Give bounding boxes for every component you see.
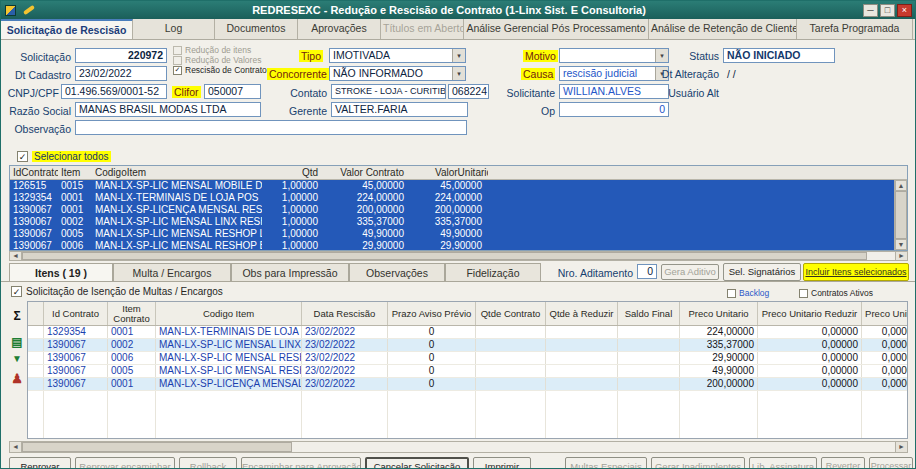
gera-aditivo-button[interactable]: Gera Aditivo <box>661 264 719 280</box>
rollback-button[interactable]: Rollback <box>179 457 237 469</box>
selecionar-todos-checkbox[interactable]: ✓ Selecionar todos <box>17 151 111 162</box>
observacao-field[interactable] <box>75 120 467 135</box>
sum-icon[interactable]: Σ <box>9 309 25 323</box>
contato-code-field[interactable]: 068224 <box>448 84 489 99</box>
clifor-field[interactable]: 050007 <box>204 84 261 99</box>
hscroll-thumb[interactable] <box>22 442 292 452</box>
op-field[interactable]: 0 <box>559 102 669 117</box>
cell-preco-unitario: 29,90000 <box>680 352 758 364</box>
contracts-grid-hscrollbar[interactable]: ◄ ► <box>9 251 908 261</box>
reprovar-encaminhar-button[interactable]: Reprovar encaminhar <box>75 457 175 469</box>
item-row[interactable]: 1390067 0001 MAN-LX-SP-LICENÇA MENSAL RE… <box>28 378 907 391</box>
close-button[interactable]: × <box>897 4 912 17</box>
item-row[interactable]: 1390067 0002 MAN-LX-SP-LIC MENSAL LINX R… <box>28 339 907 352</box>
reducao-valores-box <box>173 56 182 65</box>
tipo-combo[interactable]: IMOTIVADA▾ <box>329 48 466 63</box>
nro-aditamento-field[interactable]: 0 <box>637 264 657 279</box>
scroll-left-icon[interactable]: ◄ <box>10 252 22 260</box>
sheet-icon[interactable]: ▤ <box>9 335 25 349</box>
sel-signatarios-button[interactable]: Sel. Signatários <box>723 263 801 281</box>
cancelar-solicitacao-button[interactable]: Cancelar Solicitação <box>365 457 469 469</box>
dropdown-arrow-icon[interactable]: ▾ <box>452 49 465 62</box>
contato-field[interactable]: STROKE - LOJA - CURITIB <box>331 84 446 99</box>
dropdown-arrow-icon[interactable]: ▾ <box>655 49 668 62</box>
person-icon[interactable]: ♟ <box>9 371 25 386</box>
backlog-checkbox[interactable]: Backlog <box>727 288 769 298</box>
vscroll-thumb[interactable] <box>895 191 907 239</box>
tab-observacoes[interactable]: Observações <box>349 263 445 282</box>
cell-qtde-reduzir <box>546 365 618 377</box>
solicitacao-field[interactable]: 220972 <box>75 48 167 63</box>
solicitacao-label: Solicitação <box>5 51 71 63</box>
item-row[interactable]: 1390067 0006 MAN-LX-SP-LIC MENSAL RESHOP… <box>28 352 907 365</box>
items-grid-hscrollbar[interactable]: ◄ ► <box>9 441 908 453</box>
backlog-box[interactable] <box>727 289 736 298</box>
scroll-right-icon[interactable]: ► <box>895 442 907 452</box>
tab-documentos[interactable]: Documentos <box>215 19 298 39</box>
scroll-up-icon[interactable]: ▲ <box>895 180 907 191</box>
processar-button[interactable]: Processar <box>869 457 913 469</box>
contract-row[interactable]: 1390067 0006 MAN-LX-SP-LIC MENSAL RESHOP… <box>10 240 894 250</box>
tab-aprovacoes[interactable]: Aprovações <box>298 19 381 39</box>
contract-row[interactable]: 1390067 0002 MAN-LX-SP-LIC MENSAL LINX R… <box>10 216 894 228</box>
minimize-button[interactable]: ─ <box>863 4 878 17</box>
rescisao-contrato-box[interactable]: ✓ <box>173 66 182 75</box>
contract-row[interactable]: 1329354 0001 MAN-LX-TERMINAIS DE LOJA PO… <box>10 192 894 204</box>
rescisao-contrato-checkbox[interactable]: ✓ Rescisão de Contrato <box>173 65 267 75</box>
multas-especiais-button[interactable]: Multas Especiais <box>565 457 647 469</box>
rescisao-contrato-label: Rescisão de Contrato <box>185 65 267 75</box>
reprovar-button[interactable]: Reprovar <box>9 457 71 469</box>
scroll-left-icon[interactable]: ◄ <box>10 442 22 452</box>
causa-combo[interactable]: rescisão judicial▾ <box>559 66 669 81</box>
maximize-button[interactable]: □ <box>880 4 895 17</box>
contracts-grid-body: 126515 0015 MAN-LX-SP-LIC MENSAL MOBILE … <box>10 180 894 250</box>
tab-log[interactable]: Log <box>133 19 215 39</box>
reverter-button[interactable]: Reverter <box>821 457 865 469</box>
dt-cadastro-field[interactable]: 23/02/2022 <box>75 66 167 81</box>
lib-assinatura-button[interactable]: Lib. Assinatura <box>749 457 817 469</box>
tab-solicitacao-rescisao[interactable]: Solicitação de Rescisão <box>1 19 133 39</box>
tab-itens[interactable]: Itens ( 19 ) <box>9 263 113 282</box>
isencao-multas-box[interactable]: ✓ <box>11 286 22 297</box>
tab-analise-retencao[interactable]: Análise de Retenção de Cliente <box>649 19 797 39</box>
tab-fidelizacao[interactable]: Fidelização <box>445 263 541 282</box>
cell-valor-contrato: 29,90000 <box>324 240 410 250</box>
scroll-down-icon[interactable]: ▼ <box>895 239 907 250</box>
incluir-itens-button[interactable]: Incluir Itens selecionados <box>803 263 909 281</box>
tab-obs-impressao[interactable]: Obs para Impressão <box>231 263 349 282</box>
selecionar-todos-box[interactable]: ✓ <box>17 151 28 162</box>
contracts-grid-vscrollbar[interactable]: ▲ ▼ <box>894 180 907 250</box>
tab-tarefa-programada[interactable]: Tarefa Programada <box>797 19 913 39</box>
tab-analise-gerencial[interactable]: Análise Gerencial Pós Processamento <box>464 19 649 39</box>
contract-row[interactable]: 126515 0015 MAN-LX-SP-LIC MENSAL MOBILE … <box>10 180 894 192</box>
gerente-field[interactable]: VALTER.FARIA <box>331 102 468 117</box>
header-saldo-final: Saldo Final <box>618 302 680 325</box>
contract-row[interactable]: 1390067 0001 MAN-LX-SP-LICENÇA MENSAL RE… <box>10 204 894 216</box>
razao-social-field[interactable]: MANAS BRASIL MODAS LTDA <box>75 102 261 117</box>
item-row[interactable]: 1329354 0001 MAN-LX-TERMINAIS DE LOJA PO… <box>28 326 907 339</box>
imprimir-button[interactable]: Imprimir <box>473 457 531 469</box>
contratos-ativos-checkbox[interactable]: Contratos Ativos <box>799 288 873 298</box>
hscroll-thumb[interactable] <box>22 252 867 260</box>
motivo-combo[interactable]: ▾ <box>559 48 669 63</box>
cell-prazo-aviso: 0 <box>388 365 476 377</box>
item-row[interactable]: 1390067 0005 MAN-LX-SP-LIC MENSAL RESHOP… <box>28 365 907 378</box>
cell-codigoitem: MAN-LX-SP-LIC MENSAL RESHOP LGPD <box>92 228 262 240</box>
encaminhar-aprovacao-button[interactable]: Encaminhar para Aprovação <box>241 457 361 469</box>
scroll-right-icon[interactable]: ► <box>895 252 907 260</box>
solicitante-field[interactable]: WILLIAN.ALVES <box>559 84 669 99</box>
motivo-label: Motivo <box>523 50 558 62</box>
tab-multa-encargos[interactable]: Multa / Encargos <box>113 263 231 282</box>
dropdown-arrow-icon[interactable]: ▾ <box>452 67 465 80</box>
arrow-down-icon[interactable]: ▼ <box>9 353 25 364</box>
cell-item-contrato: 0002 <box>108 339 156 351</box>
main-tab-bar: Solicitação de Rescisão Log Documentos A… <box>1 19 916 40</box>
isencao-multas-checkbox[interactable]: ✓ Solicitação de Isenção de Multas / Enc… <box>11 286 223 297</box>
contract-row[interactable]: 1390067 0005 MAN-LX-SP-LIC MENSAL RESHOP… <box>10 228 894 240</box>
selecionar-todos-label: Selecionar todos <box>32 151 111 162</box>
gerar-inadimplentes-button[interactable]: Gerar Inadimplentes <box>651 457 745 469</box>
concorrente-combo[interactable]: NÃO INFORMADO▾ <box>329 66 466 81</box>
cell-valorunitario: 49,90000 <box>410 228 488 240</box>
cnpj-field[interactable]: 01.496.569/0001-52 <box>61 84 167 99</box>
contratos-ativos-box[interactable] <box>799 289 808 298</box>
